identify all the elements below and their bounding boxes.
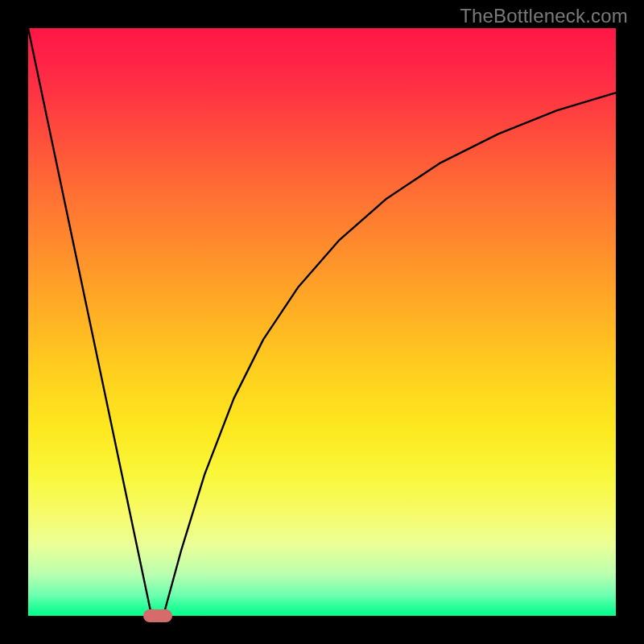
watermark-text: TheBottleneck.com xyxy=(460,5,628,27)
chart-frame: TheBottleneck.com xyxy=(0,0,644,644)
plot-area xyxy=(28,28,616,616)
optimum-marker xyxy=(143,609,172,622)
chart-curve xyxy=(28,28,616,616)
curve-path xyxy=(28,28,616,616)
